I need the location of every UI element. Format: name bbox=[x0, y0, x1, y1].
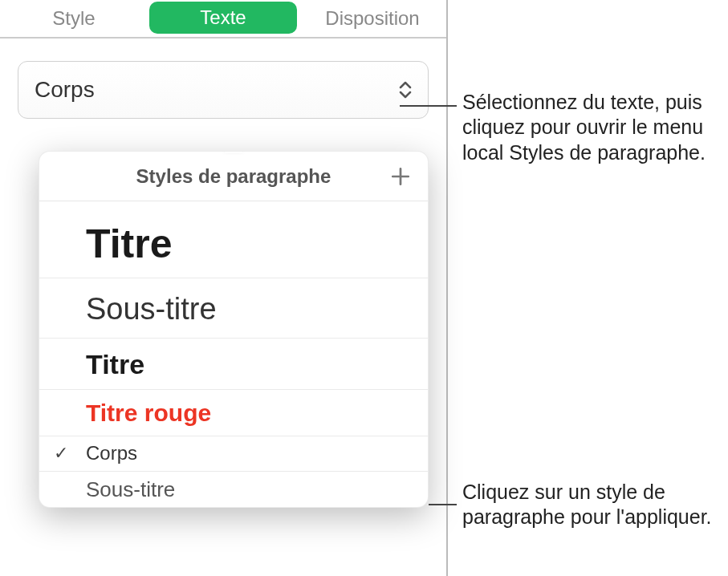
style-item-sous-titre-large[interactable]: Sous-titre bbox=[39, 278, 428, 339]
paragraph-styles-list: Titre Sous-titre Titre Titre rouge Corps… bbox=[39, 201, 428, 507]
style-item-label: Sous-titre bbox=[86, 478, 175, 501]
callout-open-menu: Sélectionnez du texte, puis cliquez pour… bbox=[462, 90, 719, 165]
style-item-sous-titre[interactable]: Sous-titre bbox=[39, 472, 428, 508]
tab-style[interactable]: Style bbox=[0, 0, 148, 37]
style-item-titre[interactable]: Titre bbox=[39, 339, 428, 390]
paragraph-style-current: Corps bbox=[35, 77, 95, 103]
style-item-label: Titre bbox=[86, 350, 144, 379]
callout-leader-line bbox=[429, 504, 457, 505]
callout-apply-style: Cliquez sur un style de paragraphe pour … bbox=[462, 480, 719, 530]
paragraph-style-selector[interactable]: Corps bbox=[18, 61, 429, 119]
paragraph-style-selector-wrap: Corps bbox=[0, 39, 446, 119]
callout-leader-line bbox=[400, 105, 457, 107]
popover-header: Styles de paragraphe bbox=[39, 152, 428, 201]
style-item-label: Titre rouge bbox=[86, 400, 211, 426]
style-item-label: Corps bbox=[86, 443, 137, 464]
tab-disposition[interactable]: Disposition bbox=[299, 0, 446, 37]
tab-texte[interactable]: Texte bbox=[149, 2, 297, 34]
add-style-button[interactable] bbox=[388, 164, 413, 189]
plus-icon bbox=[390, 166, 411, 187]
popover-title: Styles de paragraphe bbox=[136, 165, 331, 188]
style-item-titre-large[interactable]: Titre bbox=[39, 201, 428, 278]
style-item-label: Titre bbox=[86, 222, 172, 266]
paragraph-styles-popover: Styles de paragraphe Titre Sous-titre Ti… bbox=[39, 151, 429, 508]
format-tabs: Style Texte Disposition bbox=[0, 0, 446, 39]
style-item-titre-rouge[interactable]: Titre rouge bbox=[39, 390, 428, 436]
style-item-label: Sous-titre bbox=[86, 293, 217, 327]
style-item-corps[interactable]: Corps bbox=[39, 436, 428, 471]
chevron-updown-icon bbox=[399, 81, 412, 99]
format-panel: Style Texte Disposition Corps Styles de … bbox=[0, 0, 448, 576]
